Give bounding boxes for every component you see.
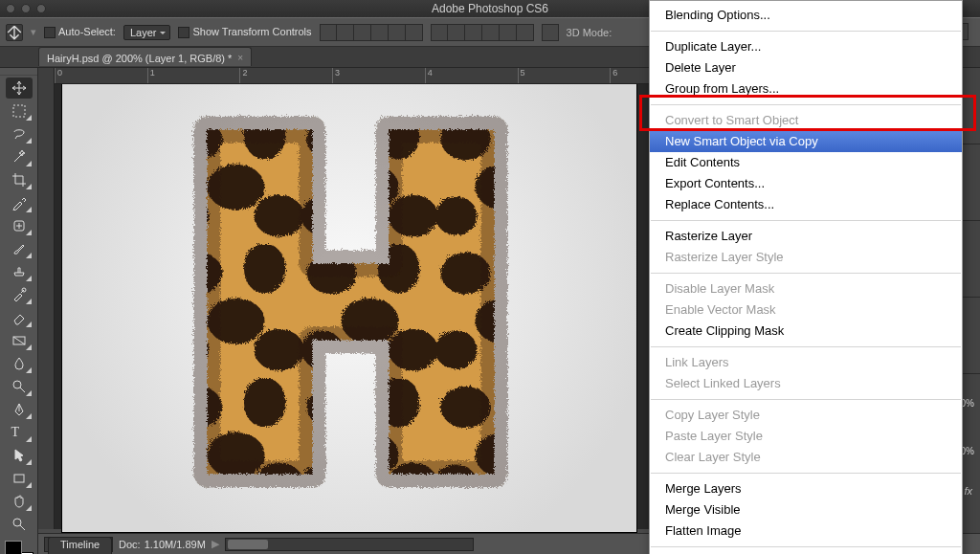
menu-item[interactable]: Flatten Image [650,521,962,542]
document-canvas[interactable] [62,84,636,532]
ruler-vertical [38,68,55,529]
svg-point-4 [13,381,21,388]
healing-brush-tool[interactable] [6,215,33,236]
menu-item: Convert to Smart Object [650,110,962,131]
auto-select-mode-dropdown[interactable]: Layer [123,25,171,40]
gradient-tool[interactable] [6,330,33,351]
magic-wand-tool[interactable] [6,146,33,167]
menu-item[interactable]: Replace Contents... [650,194,962,215]
crop-tool[interactable] [6,169,33,190]
menu-item[interactable]: Export Contents... [650,173,962,194]
artwork-letter-h [167,109,531,492]
menu-item: Clear Layer Style [650,447,962,468]
dodge-tool[interactable] [6,376,33,397]
menu-item[interactable]: Merge Layers [650,478,962,499]
menu-separator [651,399,961,400]
menu-separator [651,220,961,221]
doc-size-value: 1.10M/1.89M [145,539,206,550]
type-tool[interactable]: T [6,422,33,443]
ruler-tick: 5 [518,68,611,83]
color-swatches[interactable] [5,541,33,554]
clone-stamp-tool[interactable] [6,261,33,282]
menu-item: Enable Vector Mask [650,299,962,321]
menu-item[interactable]: New Smart Object via Copy [650,131,962,152]
menu-separator [651,473,961,474]
show-transform-label: Show Transform Controls [192,26,311,37]
menu-item[interactable]: Blending Options... [650,5,962,26]
ruler-tick: 4 [425,68,518,83]
marquee-tool[interactable] [6,100,33,122]
brush-tool[interactable] [6,238,33,259]
zoom-tool[interactable] [6,514,33,535]
hand-tool[interactable] [6,491,33,512]
menu-item: Copy Layer Style [650,405,962,426]
tool-preset-icon[interactable] [6,24,23,41]
eyedropper-tool[interactable] [6,192,33,213]
menu-item: Disable Layer Mask [650,278,962,299]
close-tab-icon[interactable]: × [237,53,243,63]
distribute-buttons[interactable] [431,24,534,41]
menu-item: Link Layers [650,352,962,373]
doc-size-label: Doc: [119,539,141,550]
menu-separator [651,546,961,547]
svg-rect-0 [13,105,25,117]
mode-3d-label: 3D Mode: [567,27,612,38]
menu-separator [651,273,961,274]
horizontal-scrollbar[interactable] [225,538,474,551]
menu-item[interactable]: Rasterize Layer [650,226,962,247]
close-icon[interactable] [6,4,15,13]
lasso-tool[interactable] [6,123,33,144]
ruler-tick: 2 [239,68,332,83]
timeline-panel-tab[interactable]: Timeline [48,537,112,554]
history-brush-tool[interactable] [6,284,33,305]
auto-select-checkbox[interactable]: Auto-Select: [44,26,116,38]
show-transform-checkbox[interactable]: Show Transform Controls [178,26,311,38]
menu-item[interactable]: Merge Visible [650,499,962,521]
svg-point-6 [13,519,21,526]
minimize-icon[interactable] [21,4,31,13]
menu-item[interactable]: Group from Layers... [650,78,962,100]
rectangle-tool[interactable] [6,468,33,489]
menu-item: Select Linked Layers [650,373,962,394]
app-title: Adobe Photoshop CS6 [432,2,548,15]
layer-context-menu: Blending Options...Duplicate Layer...Del… [649,0,963,554]
menu-separator [651,104,961,105]
move-tool[interactable] [6,78,33,99]
tools-panel: T [0,68,38,554]
menu-item[interactable]: Create Clipping Mask [650,321,962,342]
auto-align-button[interactable] [542,24,559,41]
menu-item[interactable]: Delete Layer [650,57,962,78]
menu-separator [651,31,961,32]
menu-item[interactable]: Duplicate Layer... [650,36,962,57]
pen-tool[interactable] [6,399,33,420]
menu-item: Rasterize Layer Style [650,247,962,268]
align-buttons[interactable] [320,24,423,41]
ruler-tick: 1 [147,68,240,83]
eraser-tool[interactable] [6,307,33,328]
menu-item[interactable]: Edit Contents [650,152,962,173]
document-tab-label: HairyH.psd @ 200% (Layer 1, RGB/8) * [47,53,232,64]
panel-grip-icon[interactable] [0,68,37,76]
doc-info-chevron-icon[interactable]: ▶ [212,538,219,550]
document-tab[interactable]: HairyH.psd @ 200% (Layer 1, RGB/8) * × [38,47,252,66]
ruler-tick: 0 [55,68,147,83]
menu-item: Paste Layer Style [650,426,962,447]
zoom-icon[interactable] [36,4,46,13]
window-controls[interactable] [6,4,46,13]
blur-tool[interactable] [6,353,33,374]
ruler-tick: 3 [332,68,425,83]
auto-select-label: Auto-Select: [58,26,116,37]
path-selection-tool[interactable] [6,445,33,466]
menu-separator [651,346,961,347]
svg-rect-5 [14,475,24,482]
fx-label: fx [964,485,972,497]
